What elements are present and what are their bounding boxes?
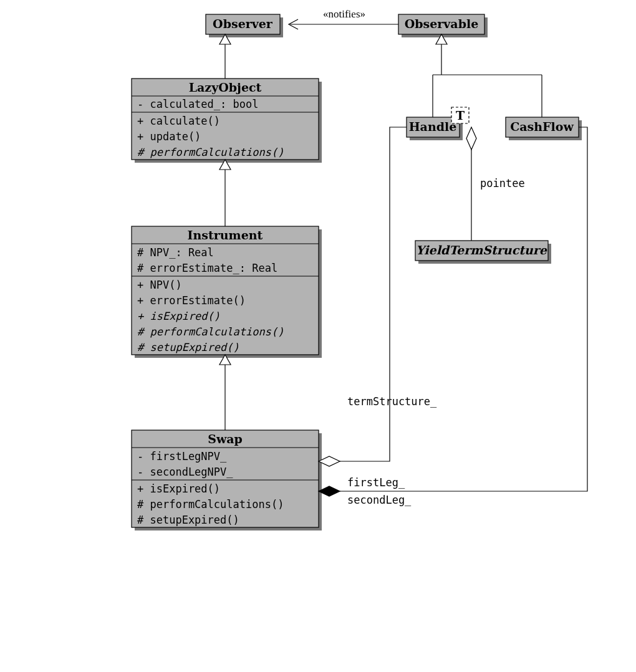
edge-observable-subclasses [433,34,542,117]
edge-label-termstructure: termStructure_ [347,395,437,408]
op: + isExpired() [137,482,220,495]
attr: - secondLegNPV_ [137,466,233,478]
edge-label-firstleg: firstLeg_ [347,476,405,489]
op: # performCalculations() [137,146,284,158]
class-title: YieldTermStructure [416,243,547,257]
class-handle: Handle T [407,107,469,140]
class-observable: Observable [398,14,488,37]
class-title: CashFlow [510,120,574,133]
class-title: Swap [208,432,243,446]
class-cashflow: CashFlow [506,117,582,140]
class-instrument: Instrument # NPV_: Real # errorEstimate_… [132,226,322,358]
class-swap: Swap - firstLegNPV_ - secondLegNPV_ + is… [132,430,322,530]
edge-swap-termstructure: termStructure_ [319,127,437,466]
edge-handle-pointee: pointee [466,127,525,241]
class-yieldtermstructure: YieldTermStructure [415,241,551,264]
attr: - calculated_: bool [137,98,258,110]
op: + calculate() [137,115,220,127]
edge-label-secondleg: secondLeg_ [347,494,412,506]
op: + NPV() [137,279,182,291]
op: + isExpired() [137,310,220,322]
op: + update() [137,130,201,143]
edge-swap-legs: firstLeg_ secondLeg_ [319,127,587,506]
svg-marker-36 [319,456,340,466]
op: + errorEstimate() [137,294,246,307]
class-title: Observer [213,17,273,31]
attr: - firstLegNPV_ [137,450,227,463]
class-title: Observable [405,17,479,31]
edge-notifies: «notifies» [289,8,398,29]
class-observer: Observer [206,14,283,37]
edge-label-pointee: pointee [480,177,525,190]
svg-marker-35 [466,127,476,150]
op: # setupExpired() [137,514,239,526]
class-title: LazyObject [189,80,262,94]
template-param: T [456,108,465,122]
op: # performCalculations() [137,325,284,338]
class-title: Handle [409,120,457,133]
op: # setupExpired() [137,341,239,353]
edge-swap-instrument [219,355,231,430]
class-title: Instrument [188,228,263,242]
uml-diagram: Observer Observable «notifies» LazyObjec… [0,0,636,672]
class-lazyobject: LazyObject - calculated_: bool + calcula… [132,79,322,163]
edge-lazyobject-observer [219,34,231,79]
attr: # errorEstimate_: Real [137,262,277,274]
attr: # NPV_: Real [137,246,214,259]
svg-marker-37 [319,486,340,496]
edge-label-notifies: «notifies» [323,8,365,20]
op: # performCalculations() [137,498,284,511]
edge-instrument-lazyobject [219,160,231,226]
